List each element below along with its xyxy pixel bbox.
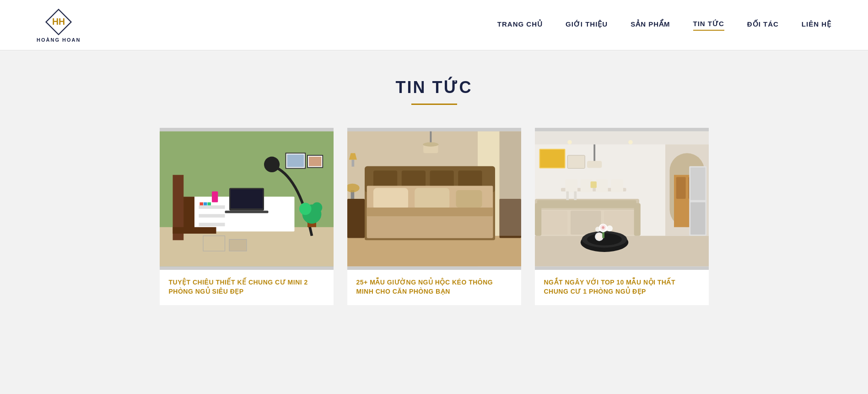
svg-rect-76 xyxy=(634,203,640,236)
svg-point-85 xyxy=(602,226,604,229)
svg-rect-75 xyxy=(535,203,541,236)
svg-rect-64 xyxy=(690,168,705,200)
site-header: HH HOÀNG HOAN TRANG CHỦ GIỚI THIỆU SẢN P… xyxy=(0,0,868,50)
card-2-title: 25+ MẪU GIƯỜNG NGỦ HỘC KÉO THÔNG MINH CH… xyxy=(356,278,512,296)
svg-rect-68 xyxy=(567,155,585,169)
news-card-1[interactable]: TUYỆT CHIÊU THIẾT KẾ CHUNG CƯ MINI 2 PHÒ… xyxy=(160,128,334,305)
card-1-title: TUYỆT CHIÊU THIẾT KẾ CHUNG CƯ MINI 2 PHÒ… xyxy=(169,278,324,296)
svg-rect-72 xyxy=(537,211,567,235)
svg-rect-27 xyxy=(308,157,321,166)
svg-rect-9 xyxy=(199,202,203,206)
main-nav: TRANG CHỦ GIỚI THIỆU SẢN PHẨM TIN TỨC ĐỐ… xyxy=(497,20,831,31)
bedroom-illustration xyxy=(347,128,521,270)
svg-rect-56 xyxy=(535,131,709,145)
svg-rect-89 xyxy=(565,179,577,192)
svg-rect-94 xyxy=(574,192,577,200)
svg-rect-61 xyxy=(676,177,685,199)
svg-point-21 xyxy=(312,202,322,213)
card-2-body: 25+ MẪU GIƯỜNG NGỦ HỘC KÉO THÔNG MINH CH… xyxy=(347,270,521,305)
svg-rect-14 xyxy=(225,211,268,213)
svg-rect-40 xyxy=(373,188,408,210)
page-title: TIN TỨC xyxy=(37,78,831,97)
svg-text:HH: HH xyxy=(52,16,65,27)
card-1-body: TUYỆT CHIÊU THIẾT KẾ CHUNG CƯ MINI 2 PHÒ… xyxy=(160,270,334,305)
title-underline xyxy=(411,104,457,105)
card-3-body: NGẮT NGÂY VỚI TOP 10 MẪU NỘI THẤT CHUNG … xyxy=(535,270,709,305)
svg-point-98 xyxy=(567,140,572,145)
nav-san-pham[interactable]: SẢN PHẨM xyxy=(631,20,670,30)
svg-rect-10 xyxy=(203,202,207,206)
svg-rect-23 xyxy=(229,239,247,251)
logo-icon: HH xyxy=(44,8,73,36)
svg-rect-95 xyxy=(590,181,596,188)
svg-rect-25 xyxy=(287,154,304,167)
svg-rect-7 xyxy=(199,214,225,218)
card-2-image xyxy=(347,128,521,270)
svg-rect-32 xyxy=(347,236,521,267)
svg-point-81 xyxy=(596,234,602,240)
nav-trang-chu[interactable]: TRANG CHỦ xyxy=(497,20,543,30)
svg-rect-42 xyxy=(456,190,482,208)
svg-point-20 xyxy=(299,203,311,215)
svg-point-54 xyxy=(423,142,438,147)
svg-rect-97 xyxy=(587,161,602,168)
svg-point-17 xyxy=(264,157,280,172)
svg-rect-6 xyxy=(199,205,225,209)
nav-tin-tuc[interactable]: TIN TỨC xyxy=(693,20,724,31)
study-room-illustration xyxy=(160,128,334,270)
svg-rect-65 xyxy=(690,202,705,235)
page-title-section: TIN TỨC xyxy=(37,78,831,105)
svg-rect-22 xyxy=(203,236,225,251)
svg-rect-49 xyxy=(499,131,521,236)
logo-brand-name: HOÀNG HOAN xyxy=(37,37,81,43)
card-3-image xyxy=(535,128,709,270)
svg-rect-44 xyxy=(367,208,493,216)
news-card-3[interactable]: NGẮT NGÂY VỚI TOP 10 MẪU NỘI THẤT CHUNG … xyxy=(535,128,709,305)
main-content: TIN TỨC xyxy=(0,50,868,342)
svg-rect-8 xyxy=(199,223,225,226)
card-3-title: NGẮT NGÂY VỚI TOP 10 MẪU NỘI THẤT CHUNG … xyxy=(544,278,700,296)
svg-rect-41 xyxy=(415,188,449,210)
svg-rect-93 xyxy=(566,192,569,200)
svg-rect-91 xyxy=(596,179,608,192)
svg-rect-13 xyxy=(230,189,262,208)
svg-point-99 xyxy=(628,140,633,145)
svg-point-86 xyxy=(606,225,612,231)
svg-rect-45 xyxy=(347,199,365,238)
svg-rect-50 xyxy=(351,160,354,167)
card-1-image xyxy=(160,128,334,270)
svg-rect-16 xyxy=(173,227,216,234)
living-room-illustration xyxy=(535,128,709,270)
svg-rect-71 xyxy=(537,200,636,208)
svg-rect-67 xyxy=(540,150,564,168)
svg-rect-96 xyxy=(593,144,595,162)
svg-rect-92 xyxy=(611,179,623,192)
news-card-2[interactable]: 25+ MẪU GIƯỜNG NGỦ HỘC KÉO THÔNG MINH CH… xyxy=(347,128,521,305)
svg-rect-28 xyxy=(212,192,218,202)
nav-doi-tac[interactable]: ĐỐI TÁC xyxy=(747,20,779,30)
nav-gioi-thieu[interactable]: GIỚI THIỆU xyxy=(566,20,608,30)
logo[interactable]: HH HOÀNG HOAN xyxy=(37,8,81,43)
svg-point-87 xyxy=(595,227,600,232)
news-cards-grid: TUYỆT CHIÊU THIẾT KẾ CHUNG CƯ MINI 2 PHÒ… xyxy=(160,128,709,305)
nav-lien-he[interactable]: LIÊN HỆ xyxy=(802,20,831,30)
svg-rect-11 xyxy=(207,202,211,206)
